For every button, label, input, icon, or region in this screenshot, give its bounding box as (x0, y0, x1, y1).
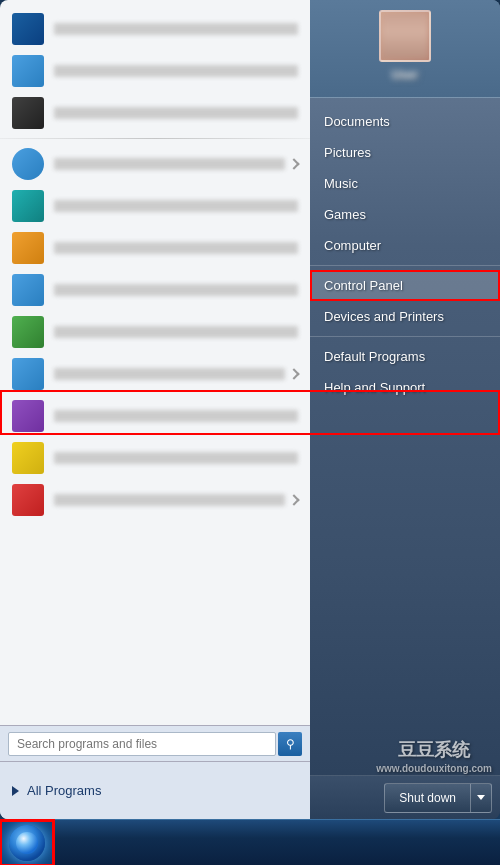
program-item[interactable] (0, 311, 310, 353)
program-icon (12, 13, 44, 45)
search-bar: ⚲ (0, 725, 310, 761)
shutdown-arrow-button[interactable] (470, 783, 492, 813)
nav-item-default-programs[interactable]: Default Programs (310, 341, 500, 372)
search-icon: ⚲ (286, 737, 295, 751)
program-label (54, 158, 285, 170)
right-nav: Documents Pictures Music Games Computer … (310, 98, 500, 775)
nav-item-control-panel[interactable]: Control Panel (310, 270, 500, 301)
nav-item-help-support[interactable]: Help and Support (310, 372, 500, 403)
program-item[interactable] (0, 92, 310, 134)
program-label (54, 284, 298, 296)
search-button[interactable]: ⚲ (278, 732, 302, 756)
nav-item-pictures[interactable]: Pictures (310, 137, 500, 168)
nav-item-games[interactable]: Games (310, 199, 500, 230)
left-panel: ⚲ All Programs (0, 0, 310, 819)
start-menu: ⚲ All Programs User (0, 0, 500, 819)
all-programs-button[interactable]: All Programs (12, 783, 101, 798)
nav-item-documents[interactable]: Documents (310, 106, 500, 137)
program-icon (12, 55, 44, 87)
start-orb (9, 825, 45, 861)
nav-item-music[interactable]: Music (310, 168, 500, 199)
program-item[interactable] (0, 185, 310, 227)
program-label (54, 326, 298, 338)
program-icon (12, 148, 44, 180)
shutdown-label: Shut down (399, 791, 456, 805)
program-label (54, 65, 298, 77)
program-icon (12, 484, 44, 516)
program-item[interactable] (0, 227, 310, 269)
program-icon (12, 358, 44, 390)
shutdown-button[interactable]: Shut down (384, 783, 492, 813)
taskbar (0, 819, 500, 865)
separator (310, 336, 500, 337)
start-button[interactable] (0, 820, 54, 866)
program-label (54, 410, 298, 422)
submenu-arrow (288, 158, 299, 169)
avatar-image (381, 12, 429, 60)
all-programs-label: All Programs (27, 783, 101, 798)
program-icon (12, 442, 44, 474)
all-programs-section: All Programs (0, 761, 310, 819)
program-item[interactable] (0, 437, 310, 479)
program-item[interactable] (0, 50, 310, 92)
avatar (379, 10, 431, 62)
separator (310, 265, 500, 266)
program-label (54, 107, 298, 119)
program-label (54, 452, 298, 464)
submenu-arrow (288, 368, 299, 379)
nav-item-devices-printers[interactable]: Devices and Printers (310, 301, 500, 332)
program-label (54, 242, 298, 254)
user-section: User (310, 0, 500, 98)
search-input[interactable] (8, 732, 276, 756)
program-label (54, 494, 285, 506)
pinned-programs (0, 0, 310, 725)
program-icon (12, 400, 44, 432)
shutdown-chevron-icon (477, 795, 485, 800)
program-item[interactable] (0, 353, 310, 395)
program-label (54, 368, 285, 380)
program-icon (12, 232, 44, 264)
program-item[interactable] (0, 269, 310, 311)
program-icon (12, 97, 44, 129)
right-panel: User Documents Pictures Music Games Comp… (310, 0, 500, 819)
program-icon (12, 274, 44, 306)
shutdown-section: Shut down (310, 775, 500, 819)
username: User (392, 68, 419, 82)
start-orb-inner (16, 832, 38, 854)
shutdown-main-button[interactable]: Shut down (384, 783, 470, 813)
program-item[interactable] (0, 143, 310, 185)
program-item[interactable] (0, 479, 310, 521)
program-item[interactable] (0, 395, 310, 437)
nav-item-computer[interactable]: Computer (310, 230, 500, 261)
all-programs-arrow-icon (12, 786, 19, 796)
submenu-arrow (288, 494, 299, 505)
program-item[interactable] (0, 8, 310, 50)
program-label (54, 200, 298, 212)
separator (0, 138, 310, 139)
program-label (54, 23, 298, 35)
program-icon (12, 190, 44, 222)
program-icon (12, 316, 44, 348)
